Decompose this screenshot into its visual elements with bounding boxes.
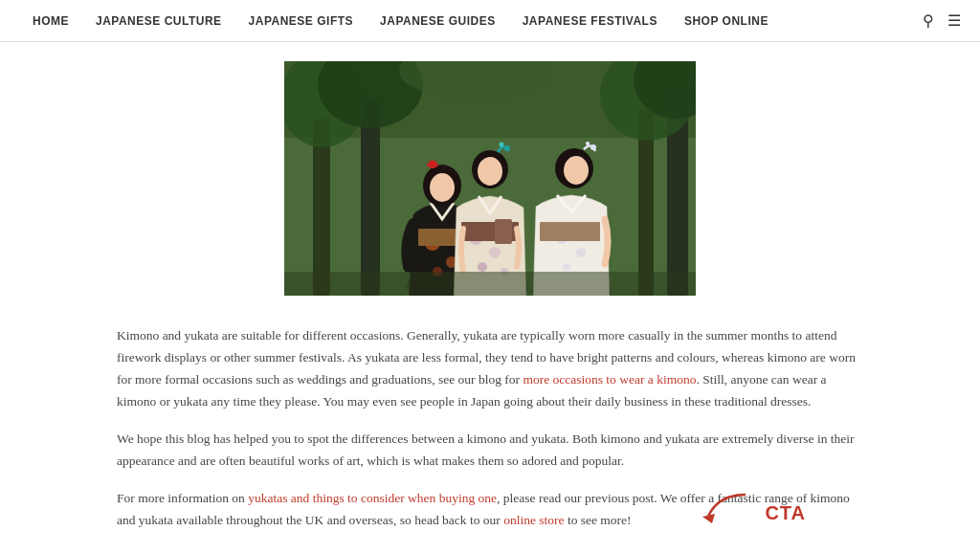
nav-item-festivals[interactable]: JAPANESE FESTIVALS [509, 0, 671, 42]
svg-point-33 [563, 263, 570, 271]
svg-point-29 [478, 157, 502, 186]
svg-point-37 [586, 142, 590, 145]
menu-icon[interactable]: ☰ [947, 9, 961, 33]
article-body: Kimono and yukata are suitable for diffe… [117, 325, 863, 553]
svg-point-36 [590, 144, 596, 150]
page-content: Kimono and yukata are suitable for diffe… [78, 42, 902, 553]
cta-arrow-icon [698, 490, 755, 528]
cta-annotation: CTA [698, 490, 806, 528]
nav-link-culture[interactable]: JAPANESE CULTURE [82, 0, 235, 42]
svg-point-27 [504, 145, 510, 151]
svg-rect-39 [284, 272, 696, 296]
main-navigation: HOME JAPANESE CULTURE JAPANESE GIFTS JAP… [0, 0, 980, 42]
svg-point-18 [430, 173, 455, 202]
nav-link-festivals[interactable]: JAPANESE FESTIVALS [509, 0, 671, 42]
cta-label: CTA [765, 498, 806, 528]
svg-point-28 [500, 143, 504, 147]
svg-rect-34 [540, 222, 600, 241]
yukata-buying-link[interactable]: yukatas and things to consider when buyi… [248, 491, 497, 505]
nav-link-shop[interactable]: SHOP ONLINE [671, 0, 782, 42]
paragraph-2: We hope this blog has helped you to spot… [117, 429, 863, 473]
nav-links: HOME JAPANESE CULTURE JAPANESE GIFTS JAP… [19, 0, 923, 42]
online-store-link[interactable]: online store [503, 513, 564, 527]
svg-rect-3 [361, 100, 380, 296]
svg-rect-25 [495, 219, 512, 244]
nav-link-gifts[interactable]: JAPANESE GIFTS [235, 0, 367, 42]
paragraph-1: Kimono and yukata are suitable for diffe… [117, 325, 863, 413]
hero-image-container [117, 61, 863, 302]
nav-link-guides[interactable]: JAPANESE GUIDES [367, 0, 509, 42]
cta-arrow-group [698, 490, 755, 528]
svg-point-17 [429, 161, 436, 168]
nav-icons: ⚲ ☰ [923, 9, 961, 33]
svg-point-38 [564, 156, 589, 185]
nav-item-gifts[interactable]: JAPANESE GIFTS [235, 0, 367, 42]
nav-item-culture[interactable]: JAPANESE CULTURE [82, 0, 235, 42]
svg-point-21 [489, 247, 501, 258]
nav-item-shop[interactable]: SHOP ONLINE [671, 0, 782, 42]
nav-link-home[interactable]: HOME [19, 0, 82, 42]
svg-point-32 [576, 248, 586, 257]
svg-point-22 [478, 262, 487, 272]
kimono-occasions-link[interactable]: more occasions to wear a kimono [523, 372, 696, 387]
svg-marker-40 [702, 514, 715, 523]
nav-item-home[interactable]: HOME [19, 0, 82, 42]
search-icon[interactable]: ⚲ [923, 9, 934, 33]
hero-image [284, 61, 696, 296]
nav-item-guides[interactable]: JAPANESE GUIDES [367, 0, 509, 42]
